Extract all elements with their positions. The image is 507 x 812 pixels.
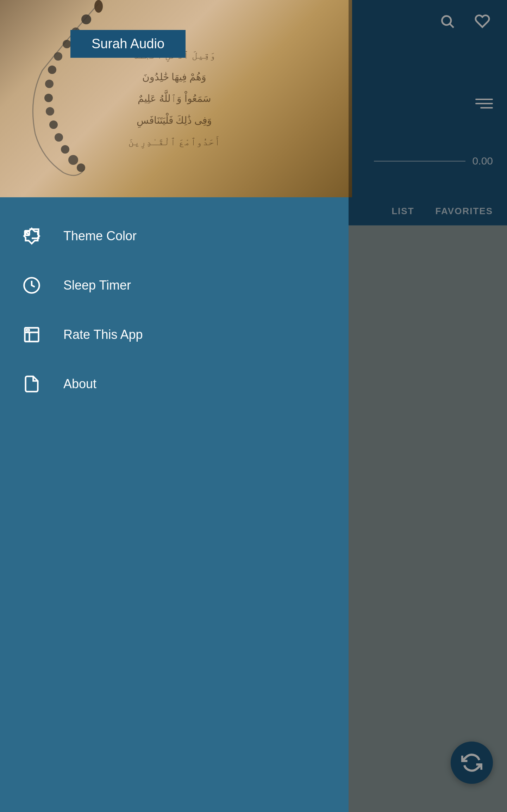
svg-point-29 [77,163,85,172]
svg-point-20 [54,52,62,61]
sleep-timer-icon-container [21,275,42,296]
svg-point-27 [61,145,69,154]
svg-rect-34 [26,329,30,331]
drawer-item-rate-app[interactable]: Rate This App [0,310,349,359]
svg-point-24 [46,107,54,116]
drawer-menu: Theme Color Sleep Timer Ra [0,197,349,812]
svg-point-26 [55,133,63,142]
svg-point-23 [44,94,53,102]
drawer-item-theme-color[interactable]: Theme Color [0,211,349,261]
svg-point-22 [45,80,54,88]
rate-app-icon-container [21,324,42,345]
store-icon [23,326,41,344]
svg-point-28 [68,155,78,165]
svg-point-21 [48,66,56,74]
about-icon-container [21,373,42,395]
svg-point-16 [94,0,103,13]
document-icon [23,375,41,393]
theme-color-icon [23,227,41,245]
drawer-beads-decoration [0,0,123,197]
about-label: About [63,377,96,391]
drawer-item-sleep-timer[interactable]: Sleep Timer [0,261,349,310]
svg-point-25 [49,120,58,129]
drawer-header-image: وَقِيلَ ٱدْخُلِ ٱلْجَنَّةَ وَهُمْ فِيهَا… [0,0,349,197]
drawer-title-badge: Surah Audio [70,30,186,58]
navigation-drawer: وَقِيلَ ٱدْخُلِ ٱلْجَنَّةَ وَهُمْ فِيهَا… [0,0,349,812]
svg-point-19 [63,40,71,48]
rate-app-label: Rate This App [63,327,143,342]
theme-color-icon-container [21,225,42,247]
svg-point-17 [81,14,91,24]
clock-icon [23,276,41,295]
theme-color-label: Theme Color [63,229,137,243]
sleep-timer-label: Sleep Timer [63,278,131,293]
drawer-item-about[interactable]: About [0,359,349,409]
